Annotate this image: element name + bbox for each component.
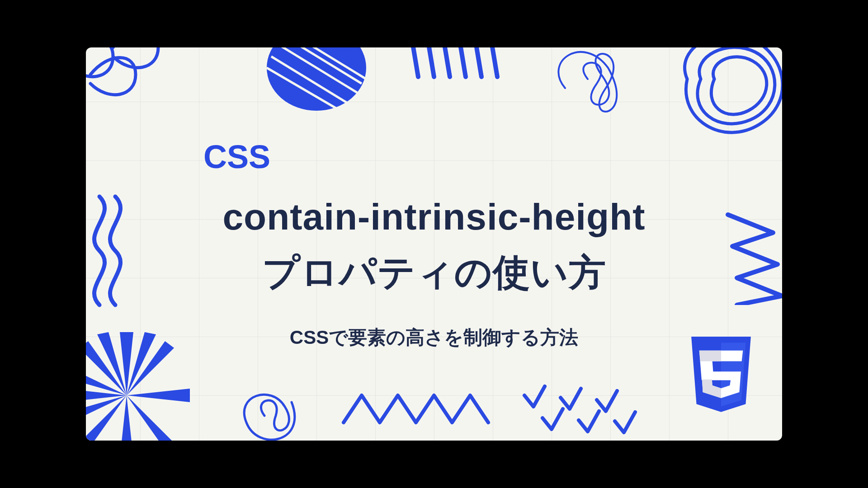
title-line-1: contain-intrinsic-height	[222, 189, 645, 244]
topic-label: CSS	[203, 138, 270, 175]
subtitle: CSSで要素の高さを制御する方法	[290, 325, 578, 350]
content-area: CSS contain-intrinsic-height プロパティの使い方 C…	[86, 47, 782, 441]
title-line-2: プロパティの使い方	[262, 244, 606, 300]
css3-logo-icon	[685, 337, 757, 418]
article-card: CSS contain-intrinsic-height プロパティの使い方 C…	[86, 47, 782, 441]
